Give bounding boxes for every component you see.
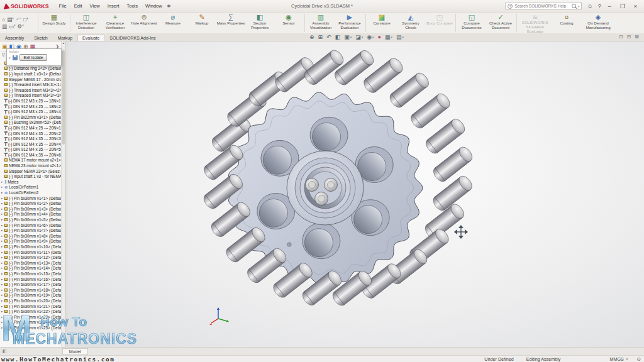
apply-scene-icon[interactable]: ▦▾ [385,34,392,40]
tree-item-nema-17-motor-mount-v2-1-defa[interactable]: NEMA 17 motor mount v2<1> (Defa [0,158,61,163]
tree-item-mates[interactable]: ▸∥Mates [0,179,61,185]
symmetry-check-button[interactable]: ◭Symmetry Check [396,13,425,33]
home-icon[interactable]: ⌂ [2,16,5,23]
menu-view[interactable]: View [90,3,100,9]
help-search-input[interactable] [514,4,569,8]
tree-item-localcirpattern2[interactable]: ▸⊛LocalCirPattern2 [0,190,61,195]
new-document-icon[interactable]: □▾ [23,16,28,23]
undo-icon[interactable]: ↶▾ [16,16,22,23]
tree-item-pin-6x30mm-v1-2-default[interactable]: ▸(-) Pin 6x30mm v1<2> (Default) [0,200,61,206]
curvature-button[interactable]: ▦Curvature [367,13,396,33]
tree-item-pin-6x30mm-v1-12-default[interactable]: ▸(-) Pin 6x30mm v1<12> (Default) [0,255,61,260]
display-style-icon[interactable]: ◪▾ [355,34,363,40]
close-button[interactable]: × [632,3,639,9]
center-bearing-hub[interactable] [287,151,364,225]
tree-item-pin-6x30mm-v1-17-default[interactable]: ▸(-) Pin 6x30mm v1<17> (Default) [0,282,61,287]
clearance-verification-button[interactable]: ⌖Clearance Verification [101,13,130,33]
hole-alignment-button[interactable]: ⊚Hole Alignment [130,13,158,33]
edit-appearance-icon[interactable]: ● [378,34,381,40]
tab-solidworks-add-ins[interactable]: SOLIDWORKS Add-Ins [104,35,160,41]
menu-file[interactable]: File [59,3,67,9]
cycloidal-drive-model[interactable] [67,41,644,347]
isolate-dropdown-icon[interactable]: ▾ [9,56,11,60]
menu-edit[interactable]: Edit [74,3,82,9]
on-demand-manufacturing-button[interactable]: ◈On Demand Manufacturing [581,13,615,33]
tree-item-distance-ring-2-2-default-d[interactable]: (-) Distance ring 2<2> (Default) <<D [0,66,61,72]
check-active-document-button[interactable]: ✓Check Active Document [486,13,515,33]
tree-item-threaded-insert-m3-3-3-defau[interactable]: (-) Threaded insert M3<3><3> (Defau [0,93,61,99]
tree-item-pin-6x30mm-v1-14-default[interactable]: ▸(-) Pin 6x30mm v1<14> (Default) [0,266,61,272]
tree-item-pin-8x22mm-v3-1-default-d[interactable]: (-) Pin 8x22mm v3<1> (Default) <<D [0,114,61,120]
search-icon[interactable] [572,4,576,8]
unit-system[interactable]: MMGS [609,356,623,362]
tree-item-pin-6x30mm-v1-4-default[interactable]: ▸(-) Pin 6x30mm v1<4> (Default) [0,212,61,217]
tree-item-pin-6x30mm-v1-19-default[interactable]: ▸(-) Pin 6x30mm v1<19> (Default) [0,293,61,299]
tree-item-din-912-m3-x-25-18n-1-din[interactable]: (-) DIN 912 M3 x 25 --- 18N<1> (DIN [0,98,61,104]
view-orientation-icon[interactable]: ▣▾ [344,34,352,40]
tree-item-threaded-insert-m3-3-1-defau[interactable]: (-) Threaded insert M3<3><1> (Defau [0,82,61,87]
tree-item-pin-6x30mm-v1-16-default[interactable]: ▸(-) Pin 6x30mm v1<16> (Default) [0,277,61,282]
tree-item-pin-6x30mm-v1-1-default[interactable]: ▸(-) Pin 6x30mm v1<1> (Default) [0,195,61,201]
tab-assembly[interactable]: Assembly [0,35,29,41]
panel-splitter[interactable] [65,41,67,347]
zoom-to-area-icon[interactable]: ⊞ [318,34,323,40]
user-account-icon[interactable]: ☺ [587,3,592,9]
tree-item-pin-6x30mm-v1-20-default[interactable]: ▸(-) Pin 6x30mm v1<20> (Default) [0,298,61,304]
save-icon[interactable]: ▤▾ [7,16,14,23]
menu-window[interactable]: Window [145,3,162,9]
tab-model[interactable]: Model [62,348,88,355]
tree-item-pin-6x30mm-v1-10-default[interactable]: ▸(-) Pin 6x30mm v1<10> (Default) [0,244,61,250]
tree-item-din-912-m4-x-25-20n-1-din[interactable]: (-) DIN 912 M4 x 25 --- 20N<1> (DIN [0,125,61,131]
tree-item-pin-6x30mm-v1-13-default[interactable]: ▸(-) Pin 6x30mm v1<13> (Default) [0,260,61,266]
section-properties-button[interactable]: ◧Section Properties [245,13,274,33]
assembly-visualization-button[interactable]: ▥Assembly Visualization [306,13,335,33]
filter-icon[interactable]: ∇ [2,53,5,58]
open-icon[interactable]: ▭▾ [9,23,16,30]
zoom-to-fit-icon[interactable]: ⊕ [309,34,314,40]
help-search-box[interactable]: ? ▾ [505,2,582,10]
pin-menu-icon[interactable]: ✱ [167,4,171,9]
tree-item-din-912-m4-x-35-20n-6-din[interactable]: (-) DIN 912 M4 x 35 --- 20N<6> (DIN [0,152,61,158]
tree-item-input-shaft-1-v3-1-default-c[interactable]: (-) Input shaft 1 v3<1> (Default) <<C [0,71,61,77]
tree-item-din-912-m3-x-25-18n-2-din[interactable]: (-) DIN 912 M3 x 25 --- 18N<2> (DIN [0,104,61,109]
menu-tools[interactable]: Tools [126,3,138,9]
hide-show-items-icon[interactable]: ◉▾ [367,34,374,40]
tree-item-pin-6x30mm-v1-11-default[interactable]: ▸(-) Pin 6x30mm v1<11> (Default) [0,250,61,255]
tree-item-din-912-m4-x-35-20n-4-din[interactable]: (-) DIN 912 M4 x 35 --- 20N<4> (DIN [0,141,61,147]
tab-evaluate[interactable]: Evaluate [77,35,104,41]
costing-button[interactable]: ¤Costing [552,13,581,33]
tree-item-pin-6x30mm-v1-15-default[interactable]: ▸(-) Pin 6x30mm v1<15> (Default) [0,271,61,277]
view-settings-icon[interactable]: ▤▾ [396,34,404,40]
restore-down-icon[interactable]: ⊡ [619,34,623,40]
tree-item-din-912-m4-x-35-20n-2-din[interactable]: (-) DIN 912 M4 x 35 --- 20N<2> (DIN [0,131,61,136]
scrollbar-thumb[interactable] [62,50,65,145]
tree-item-bushing-9x3mm-53-default[interactable]: (-) Bushing 9x3mm<53> (Default) <- [0,120,61,126]
tree-item-pin-6x30mm-v1-5-default[interactable]: ▸(-) Pin 6x30mm v1<5> (Default) [0,217,61,222]
tab-sketch[interactable]: Sketch [29,35,52,41]
print-icon[interactable]: ▥ [2,23,7,30]
compare-documents-button[interactable]: ◱Compare Documents [457,13,486,33]
options-icon[interactable]: ⚙▾ [18,23,24,30]
section-view-icon[interactable]: ◧ [335,34,341,40]
tree-item-stepper-nema-17-20mm-shaft-0[interactable]: Stepper NEMA 17 - 20mm shaft <0 [0,77,61,82]
exit-isolate-button[interactable]: Exit Isolate [19,54,48,61]
mass-properties-button[interactable]: ∑Mass Properties [216,13,245,33]
measure-button[interactable]: ⌀Measure [158,13,187,33]
tree-item-localcirpattern1[interactable]: ▸⊛LocalCirPattern1 [0,185,61,190]
tree-item-din-912-m3-x-25-18n-4-din[interactable]: (-) DIN 912 M3 x 25 --- 18N<4> (DIN [0,109,61,114]
tree-item-pin-6x30mm-v1-8-default[interactable]: ▸(-) Pin 6x30mm v1<8> (Default) [0,233,61,239]
tree-scrollbar[interactable]: ▲ [61,41,65,347]
roller-pin[interactable] [409,91,453,130]
tree-item-pin-6x30mm-v1-3-default[interactable]: ▸(-) Pin 6x30mm v1<3> (Default) [0,206,61,212]
save-isolate-icon[interactable] [13,55,18,60]
tree-item-threaded-insert-m3-3-2-defau[interactable]: (-) Threaded insert M3<3><2> (Defau [0,87,61,93]
close-doc-icon[interactable]: ⊠ [635,34,639,40]
design-study-button[interactable]: ▦Design Study [40,13,69,33]
tree-item-pin-6x30mm-v1-7-default[interactable]: ▸(-) Pin 6x30mm v1<7> (Default) [0,228,61,233]
restore-button[interactable]: ❒ [618,3,627,9]
minimize-button[interactable]: – [606,3,613,9]
tree-item-pin-6x30mm-v1-18-default[interactable]: ▸(-) Pin 6x30mm v1<18> (Default) [0,287,61,293]
tree-item-din-912-m4-x-35-20n-3-din[interactable]: (-) DIN 912 M4 x 35 --- 20N<3> (DIN [0,136,61,141]
tree-item-nema-23-motor-mount-v2-1-defa[interactable]: NEMA 23 motor mount v2<1> (Defa [0,163,61,168]
tree-item-input-shaft-1-v3-for-nema-23-1[interactable]: (-) Input shaft 1 v3 - for NEMA 23<1> [0,173,61,179]
